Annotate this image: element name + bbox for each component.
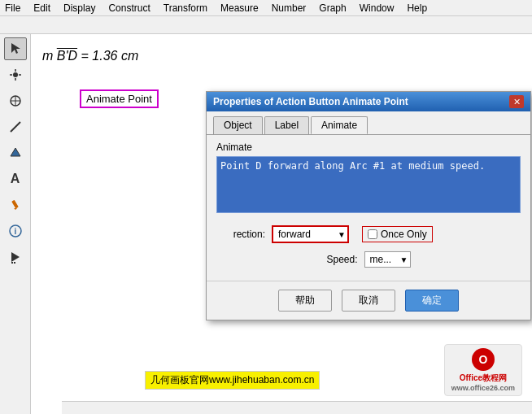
menu-construct[interactable]: Construct	[107, 2, 151, 14]
help-button[interactable]: 帮助	[278, 290, 332, 312]
ok-button[interactable]: 确定	[405, 290, 459, 312]
menu-graph[interactable]: Graph	[317, 2, 347, 14]
canvas-area: m B'D = 1.36 cm Animate Point 几何画板官网www.…	[31, 34, 532, 414]
office-site: Office教程网	[460, 373, 507, 384]
speed-label: Speed:	[326, 254, 357, 265]
direction-select[interactable]: forward backward bidirectional	[273, 227, 347, 242]
svg-marker-10	[11, 148, 20, 156]
menu-number[interactable]: Number	[270, 2, 308, 14]
tool-text[interactable]: A	[4, 168, 27, 190]
tab-label[interactable]: Label	[264, 116, 309, 134]
menu-edit[interactable]: Edit	[32, 2, 52, 14]
office-url: www.office26.com	[451, 384, 515, 392]
measure-display: m B'D = 1.36 cm	[42, 49, 138, 63]
horizontal-scrollbar[interactable]	[62, 401, 532, 414]
tool-select[interactable]	[4, 37, 27, 60]
animate-point-button[interactable]: Animate Point	[80, 89, 159, 108]
svg-line-9	[11, 122, 20, 132]
tool-play[interactable]	[4, 246, 27, 268]
menu-file[interactable]: File	[3, 2, 22, 14]
tool-info[interactable]: i	[4, 220, 27, 242]
tab-animate[interactable]: Animate	[311, 116, 368, 134]
speed-select-wrapper: me... slow fast ▼	[364, 251, 411, 268]
menu-display[interactable]: Display	[62, 2, 97, 14]
properties-dialog: Properties of Action Button Animate Poin…	[206, 91, 531, 320]
office-icon: O	[472, 348, 495, 371]
speed-select[interactable]: me... slow fast	[365, 252, 410, 267]
svg-marker-15	[11, 252, 20, 262]
main-area: A i m B'D = 1.36 cm Animate Point 几何画板官网…	[0, 34, 532, 414]
tool-marker[interactable]	[4, 194, 27, 216]
tool-line[interactable]	[4, 115, 27, 138]
toolbar	[0, 16, 532, 34]
direction-select-wrapper: forward backward bidirectional ▼	[272, 225, 349, 243]
cancel-button[interactable]: 取消	[342, 290, 395, 312]
menu-transform[interactable]: Transform	[162, 2, 209, 14]
svg-marker-12	[14, 208, 17, 210]
animate-description-textarea[interactable]	[216, 156, 521, 213]
svg-point-1	[13, 72, 18, 77]
dialog-close-button[interactable]: ✕	[509, 95, 524, 108]
tool-point[interactable]	[4, 63, 27, 86]
once-only-checkbox[interactable]	[368, 229, 377, 239]
tool-compass[interactable]	[4, 89, 27, 112]
speed-row: Speed: me... slow fast ▼	[216, 251, 521, 268]
svg-text:i: i	[14, 227, 16, 236]
dialog-buttons: 帮助 取消 确定	[207, 281, 530, 320]
menu-measure[interactable]: Measure	[219, 2, 260, 14]
dialog-titlebar: Properties of Action Button Animate Poin…	[207, 92, 530, 111]
once-only-wrapper: Once Only	[362, 226, 433, 242]
tool-polygon[interactable]	[4, 142, 27, 164]
dialog-tabs: Object Label Animate	[207, 111, 530, 134]
watermark-text: 几何画板官网www.jihehuaban.com.cn	[145, 371, 320, 390]
office-logo: O Office教程网 www.office26.com	[444, 344, 522, 396]
dialog-content: Animate rection: forward backward bidire…	[207, 134, 530, 274]
animate-section-label: Animate	[216, 142, 521, 153]
direction-row: rection: forward backward bidirectional …	[216, 225, 521, 243]
menubar: File Edit Display Construct Transform Me…	[0, 0, 532, 16]
direction-label: rection:	[216, 229, 265, 240]
once-only-label: Once Only	[381, 229, 427, 240]
tab-object[interactable]: Object	[213, 116, 263, 134]
left-toolbar: A i	[0, 34, 31, 414]
svg-marker-0	[11, 43, 20, 54]
dialog-title: Properties of Action Button Animate Poin…	[213, 96, 408, 107]
menu-window[interactable]: Window	[358, 2, 396, 14]
menu-help[interactable]: Help	[405, 2, 429, 14]
svg-rect-11	[11, 200, 18, 209]
